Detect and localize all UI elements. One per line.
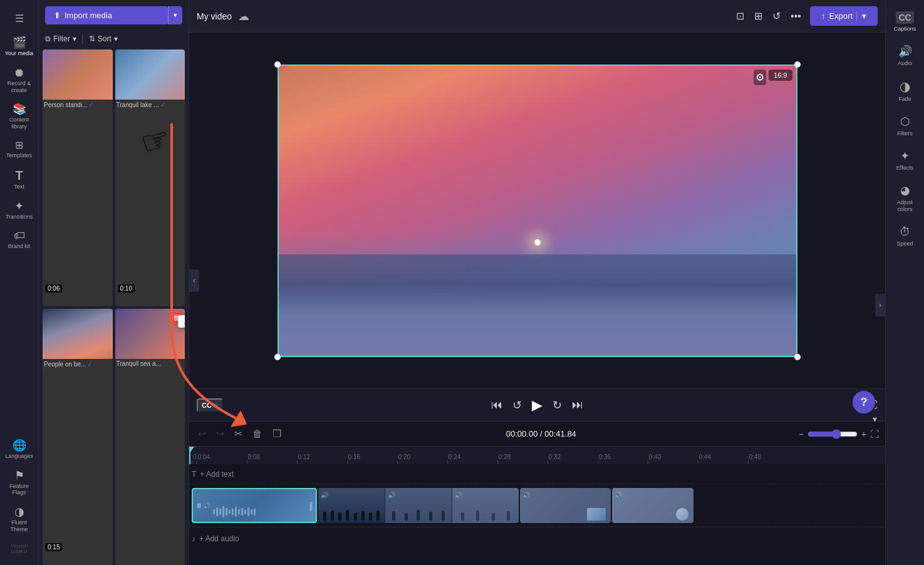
panel-collapse-button[interactable]: ‹ [189,269,199,292]
add-audio-button[interactable]: + Add audio [199,534,239,543]
version-label: Versionccfd61f [11,543,28,555]
redo-button[interactable]: ↪ [214,425,227,442]
captions-toggle-button[interactable]: CC ⊕ [197,398,223,412]
add-text-button[interactable]: + Add text [200,470,234,479]
ruler-mark: 0:48 [748,454,798,464]
thumb-label: Person standi... ✓ [43,100,113,110]
add-to-timeline-tooltip: Add to timeline [178,315,185,328]
hamburger-menu[interactable]: ☰ [0,5,39,32]
sidebar-item-feature-flags[interactable]: ⚑ FeatureFlags [0,465,39,502]
right-panel-collapse-button[interactable]: › [875,294,885,316]
thumb-check-icon: ✓ [88,101,94,109]
help-button[interactable]: ? [853,391,875,413]
video-track: ⏸ 🔊 ‖ [189,484,885,527]
sidebar-item-content-library[interactable]: 📚 Contentlibrary [0,98,39,135]
import-media-button[interactable]: ⬆ Import media [45,6,168,24]
effects-icon: ✦ [900,149,910,163]
thumb-label: Tranquil lake ... ✓ [115,100,185,110]
filters-icon: ⬡ [900,115,910,128]
sort-label: Sort [98,34,112,43]
sidebar-item-fluent-theme[interactable]: ◑ FluentTheme [0,501,39,538]
undo-button[interactable]: ↩ [195,425,209,442]
right-item-captions[interactable]: CC Captions [886,5,925,38]
filter-button[interactable]: ⧉ Filter ▾ [45,34,76,43]
audio-track-row: ♪ + Add audio [189,527,885,549]
right-item-effects[interactable]: ✦ Effects [886,143,925,177]
thumb-check-icon: ✓ [87,360,93,368]
timeline-time: 00:00.00 / 00:41.84 [289,429,794,438]
total-time: 00:41.84 [544,429,576,438]
rewind-button[interactable]: ↺ [512,398,522,412]
fade-label: Fade [898,96,911,102]
video-clip-3[interactable]: 🔊 [520,488,611,523]
sidebar-item-brand-kit[interactable]: 🏷 Brand kit [0,225,39,255]
audio-label: Audio [898,60,912,66]
sidebar-item-languages[interactable]: 🌐 Languages [0,435,39,465]
sidebar-item-text[interactable]: T Text [0,164,39,195]
media-item-3[interactable]: 🗑 Tranquil sea a... Add to timeline [115,309,185,566]
resize-handle-tl[interactable] [274,61,281,68]
fit-timeline-button[interactable]: ⛶ [870,429,879,439]
right-item-audio[interactable]: 🔊 Audio [886,38,925,73]
crop-tool-button[interactable]: ⊡ [734,8,747,24]
filter-chevron: ▾ [73,34,76,43]
playback-controls: CC ⊕ ⏮ ↺ ▶ ↻ ⏭ ⛶ [189,388,885,421]
media-grid: 0:06 Person standi... ✓ 0:10 Tranquil la… [39,49,189,565]
media-item-1[interactable]: 0:10 Tranquil lake ... ✓ [115,49,185,306]
resize-handle-tr[interactable] [794,61,801,68]
play-pause-button[interactable]: ▶ [532,397,542,413]
playhead[interactable] [189,447,190,464]
zoom-in-button[interactable]: + [861,429,866,439]
ruler-mark: 0:20 [397,454,447,464]
sidebar-item-record-create[interactable]: ⏺ Record &create [0,62,39,99]
speed-label: Speed [896,241,913,247]
filter-label: Filter [53,34,70,43]
copy-clip-button[interactable]: ❐ [270,425,284,442]
media-panel: ⬆ Import media ▾ ⧉ Filter ▾ | ⇅ Sort ▾ 0… [39,0,189,565]
filter-icon: ⧉ [45,34,51,43]
zoom-out-button[interactable]: − [799,429,804,439]
import-icon: ⬆ [54,11,61,20]
sidebar-item-templates[interactable]: ⊞ Templates [0,135,39,164]
right-item-filters[interactable]: ⬡ Filters [886,108,925,143]
sidebar-item-version: Versionccfd61f [0,538,39,560]
main-area: My video ☁ ⊡ ⊞ ↺ ••• ↑ Export ▾ [189,0,885,565]
thumb-duration: 0:15 [45,543,62,551]
timeline-area: ↩ ↪ ✂ 🗑 ❐ 00:00.00 / 00:41.84 − + ⛶ [189,421,885,565]
resize-tool-button[interactable]: ⊞ [752,8,765,24]
more-options-button[interactable]: ••• [788,8,804,24]
resize-handle-bl[interactable] [274,354,281,360]
fast-forward-button[interactable]: ↻ [553,398,562,412]
expand-panel-button[interactable]: ▾ [873,414,877,424]
skip-to-start-button[interactable]: ⏮ [491,398,502,412]
sidebar-item-label: FluentTheme [10,519,28,533]
import-media-dropdown-button[interactable]: ▾ [168,6,182,24]
undo-video-button[interactable]: ↺ [770,8,783,24]
right-item-fade[interactable]: ◑ Fade [886,73,925,108]
skip-to-end-button[interactable]: ⏭ [572,398,583,412]
sidebar-item-transitions[interactable]: ✦ Transitions [0,195,39,225]
video-settings-button[interactable]: ⚙ [754,70,766,85]
adjust-colors-icon: ◕ [900,184,910,197]
playhead-triangle [189,447,194,453]
ruler-marks: 0 0:04 0:08 0:12 0:16 0:20 0:24 0:28 0:3… [192,454,885,464]
cloud-save-icon: ☁ [238,9,249,23]
video-clip-4[interactable]: 🔊 [612,488,693,523]
transitions-icon: ✦ [14,200,24,212]
delete-clip-button[interactable]: 🗑 [250,426,265,442]
cut-button[interactable]: ✂ [232,425,245,442]
sort-button[interactable]: ⇅ Sort ▾ [89,34,118,43]
video-clip-2[interactable]: 🔊 [318,488,519,523]
export-button[interactable]: ↑ Export ▾ [810,6,878,26]
video-clip-1[interactable]: ⏸ 🔊 ‖ [192,488,317,523]
right-item-speed[interactable]: ⏱ Speed [886,219,925,253]
right-item-adjust-colors[interactable]: ◕ Adjustcolors [886,177,925,219]
media-item-2[interactable]: 0:15 People on be... ✓ [43,309,113,566]
current-time: 00:00.00 [506,429,538,438]
add-audio-label: + Add audio [199,534,239,543]
zoom-slider[interactable] [807,429,858,439]
sidebar-item-your-media[interactable]: 🎬 Your media [0,32,39,62]
media-item-0[interactable]: 0:06 Person standi... ✓ [43,49,113,306]
resize-handle-br[interactable] [794,354,801,360]
text-icon: T [15,169,23,182]
